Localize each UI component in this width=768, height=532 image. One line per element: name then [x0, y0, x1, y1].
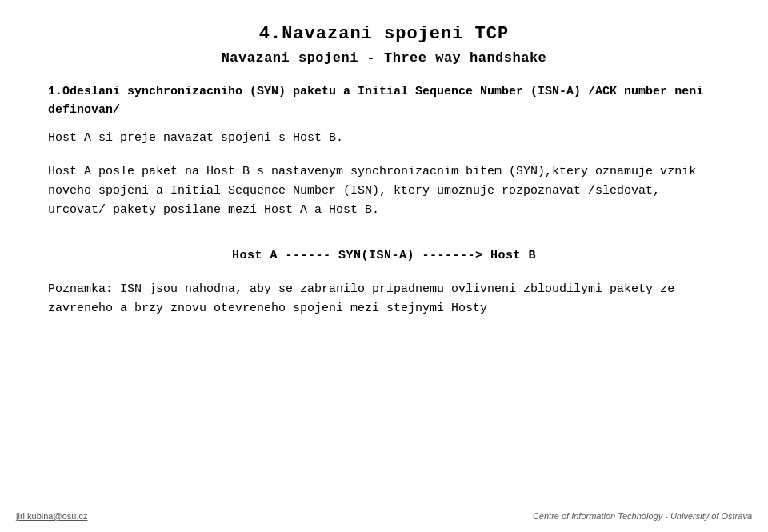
subtitle: Navazani spojeni - Three way handshake [48, 50, 720, 66]
section1-title: 1.Odeslani synchronizacniho (SYN) paketu… [48, 83, 720, 119]
syn-diagram: Host A ------ SYN(ISN-A) -------> Host B [48, 249, 720, 262]
page-container: 4.Navazani spojeni TCP Navazani spojeni … [0, 0, 768, 532]
footer: jiri.kubina@osu.cz Centre of Information… [0, 511, 768, 521]
main-title: 4.Navazani spojeni TCP [48, 24, 720, 44]
note-text: Poznamka: ISN jsou nahodna, aby se zabra… [48, 280, 720, 318]
section1-intro: Host A si preje navazat spojeni s Host B… [48, 129, 720, 148]
section1-body: Host A posle paket na Host B s nastaveny… [48, 162, 720, 220]
footer-email[interactable]: jiri.kubina@osu.cz [16, 511, 87, 521]
footer-institution: Centre of Information Technology - Unive… [533, 511, 752, 521]
